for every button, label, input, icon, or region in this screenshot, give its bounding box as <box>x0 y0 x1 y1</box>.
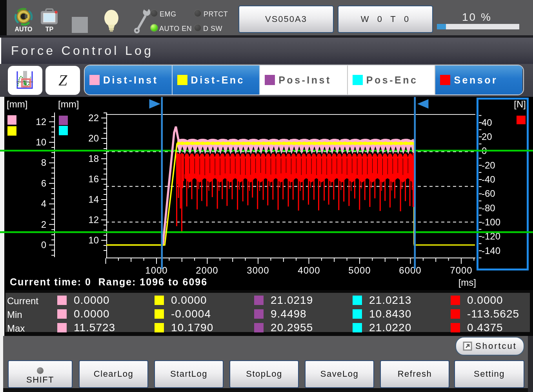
svg-text:-40: -40 <box>482 174 495 185</box>
svg-text:-100: -100 <box>482 217 500 227</box>
svg-text:0: 0 <box>41 240 46 250</box>
svg-text:2000: 2000 <box>196 265 218 276</box>
svg-text:2: 2 <box>41 219 46 230</box>
svg-text:16: 16 <box>88 174 99 184</box>
svg-text:5000: 5000 <box>348 265 371 276</box>
svg-text:3000: 3000 <box>247 265 269 276</box>
svg-text:-140: -140 <box>482 245 500 256</box>
svg-text:-80: -80 <box>482 203 495 213</box>
svg-text:[N]: [N] <box>514 99 526 109</box>
svg-text:12: 12 <box>36 116 46 127</box>
svg-text:[ms]: [ms] <box>458 277 476 288</box>
svg-text:[mm]: [mm] <box>58 99 79 109</box>
svg-text:7000: 7000 <box>450 265 472 276</box>
svg-text:20: 20 <box>88 133 99 143</box>
svg-text:8: 8 <box>41 157 46 168</box>
svg-text:20: 20 <box>482 131 492 142</box>
svg-text:10: 10 <box>88 235 99 245</box>
svg-text:TP: TP <box>45 26 54 33</box>
svg-text:6000: 6000 <box>399 265 421 276</box>
svg-text:4000: 4000 <box>298 265 320 276</box>
svg-text:-20: -20 <box>482 160 495 171</box>
svg-text:6: 6 <box>41 178 46 189</box>
svg-text:14: 14 <box>88 194 99 205</box>
svg-text:1000: 1000 <box>145 265 167 276</box>
svg-text:40: 40 <box>482 117 492 128</box>
svg-text:-60: -60 <box>482 188 495 199</box>
svg-text:10: 10 <box>36 137 46 147</box>
svg-text:[mm]: [mm] <box>7 99 27 109</box>
svg-text:AUTO: AUTO <box>15 26 32 33</box>
svg-text:4: 4 <box>41 198 46 209</box>
svg-text:22: 22 <box>88 113 99 123</box>
svg-text:18: 18 <box>88 153 99 164</box>
svg-text:12: 12 <box>88 214 99 225</box>
svg-text:Current time: 0 Range: 1096 t: Current time: 0 Range: 1096 to 6096 <box>10 276 207 287</box>
